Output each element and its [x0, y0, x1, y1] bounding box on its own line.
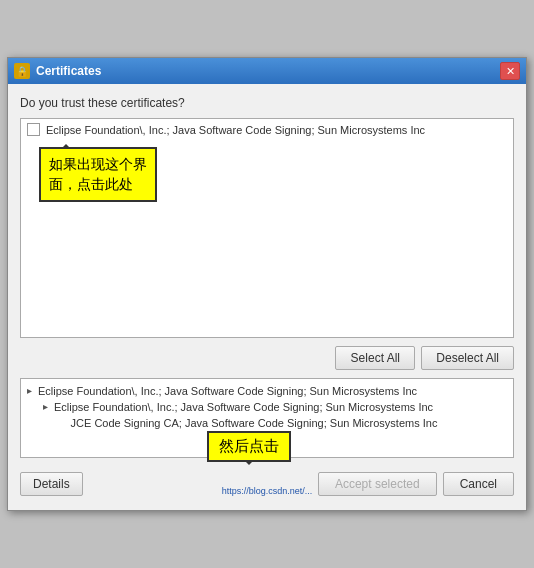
close-button[interactable]: ✕	[500, 62, 520, 80]
title-bar: 🔒 Certificates ✕	[8, 58, 526, 84]
tree-item-0: ▸ Eclipse Foundation\, Inc.; Java Softwa…	[27, 383, 507, 399]
tree-item-1: ▸ Eclipse Foundation\, Inc.; Java Softwa…	[27, 399, 507, 415]
tree-arrow-0: ▸	[27, 385, 32, 396]
window-body: Do you trust these certificates? Eclipse…	[8, 84, 526, 510]
callout-line1: 如果出现这个界	[49, 155, 147, 175]
cert-list-box: Eclipse Foundation\, Inc.; Java Software…	[20, 118, 514, 338]
cert-list-item[interactable]: Eclipse Foundation\, Inc.; Java Software…	[21, 119, 513, 140]
title-bar-left: 🔒 Certificates	[14, 63, 101, 79]
watermark: https://blog.csdn.net/...	[222, 486, 313, 496]
callout-top: 如果出现这个界 面，点击此处	[39, 147, 157, 202]
callout-bottom: 然后点击	[207, 431, 291, 462]
cert-icon: 🔒	[14, 63, 30, 79]
bottom-wrapper: 然后点击 Details Accept selected Cancel http…	[20, 468, 514, 498]
bottom-action-buttons: Accept selected Cancel	[318, 472, 514, 496]
question-text: Do you trust these certificates?	[20, 96, 514, 110]
tree-label-1: Eclipse Foundation\, Inc.; Java Software…	[54, 401, 433, 413]
deselect-all-button[interactable]: Deselect All	[421, 346, 514, 370]
tree-label-0: Eclipse Foundation\, Inc.; Java Software…	[38, 385, 417, 397]
select-all-button[interactable]: Select All	[335, 346, 415, 370]
window-title: Certificates	[36, 64, 101, 78]
accept-button[interactable]: Accept selected	[318, 472, 437, 496]
certificates-dialog: 🔒 Certificates ✕ Do you trust these cert…	[7, 57, 527, 511]
cert-checkbox[interactable]	[27, 123, 40, 136]
selection-buttons: Select All Deselect All	[20, 346, 514, 370]
details-button[interactable]: Details	[20, 472, 83, 496]
tree-label-2: JCE Code Signing CA; Java Software Code …	[71, 417, 438, 429]
tree-item-2: JCE Code Signing CA; Java Software Code …	[27, 415, 507, 431]
cert-name: Eclipse Foundation\, Inc.; Java Software…	[46, 124, 425, 136]
callout-bottom-text: 然后点击	[219, 437, 279, 454]
callout-line2: 面，点击此处	[49, 175, 147, 195]
tree-arrow-1: ▸	[43, 401, 48, 412]
cancel-button[interactable]: Cancel	[443, 472, 514, 496]
tree-arrow-2	[59, 417, 65, 428]
